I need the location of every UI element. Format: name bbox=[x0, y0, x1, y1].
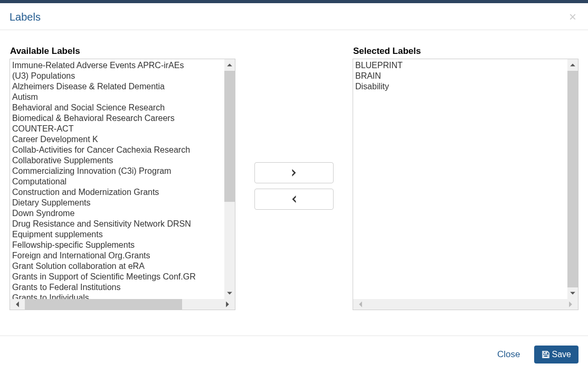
list-item[interactable]: Drug Resistance and Sensitivity Network … bbox=[12, 219, 222, 229]
horizontal-scrollbar[interactable] bbox=[353, 299, 578, 310]
scroll-left-icon[interactable] bbox=[353, 299, 368, 310]
scroll-down-icon[interactable] bbox=[567, 287, 578, 299]
vertical-scrollbar[interactable] bbox=[567, 59, 578, 299]
save-icon bbox=[542, 350, 550, 359]
list-item[interactable]: Collaborative Supplements bbox=[12, 155, 222, 166]
list-item[interactable]: Down Syndrome bbox=[12, 208, 222, 219]
svg-rect-0 bbox=[545, 352, 546, 353]
modal-title: Labels bbox=[10, 11, 41, 23]
scroll-up-icon[interactable] bbox=[224, 59, 235, 71]
close-button[interactable]: Close bbox=[493, 346, 524, 363]
list-item[interactable]: Foreign and International Org.Grants bbox=[12, 250, 222, 261]
list-item[interactable]: Computational bbox=[12, 176, 222, 187]
list-item[interactable]: Autism bbox=[12, 92, 222, 102]
list-item[interactable]: Career Development K bbox=[12, 134, 222, 145]
selected-labels-listbox[interactable]: BLUEPRINTBRAINDisability bbox=[353, 59, 578, 310]
list-item[interactable]: Disability bbox=[355, 81, 565, 92]
list-item[interactable]: Grants to Individuals bbox=[12, 293, 222, 299]
available-labels-panel: Available Labels Immune-Related Adverse … bbox=[10, 46, 235, 310]
list-item[interactable]: Grant Solution collaboration at eRA bbox=[12, 261, 222, 272]
move-left-button[interactable] bbox=[254, 189, 334, 210]
scroll-right-icon[interactable] bbox=[563, 299, 578, 310]
available-labels-title: Available Labels bbox=[10, 46, 235, 57]
close-icon[interactable]: × bbox=[567, 11, 578, 23]
list-item[interactable]: Commercializing Innovation (C3i) Program bbox=[12, 166, 222, 176]
modal-header: Labels × bbox=[0, 3, 588, 30]
list-item[interactable]: Alzheimers Disease & Related Dementia bbox=[12, 81, 222, 92]
list-item[interactable]: Behavioral and Social Science Research bbox=[12, 102, 222, 113]
horizontal-scrollbar[interactable] bbox=[10, 299, 235, 310]
modal-body: Available Labels Immune-Related Adverse … bbox=[0, 30, 588, 321]
available-labels-listbox[interactable]: Immune-Related Adverse Events APRC-irAEs… bbox=[10, 59, 235, 310]
scroll-right-icon[interactable] bbox=[220, 299, 235, 310]
selected-labels-title: Selected Labels bbox=[353, 46, 578, 57]
list-item[interactable]: Construction and Modernization Grants bbox=[12, 187, 222, 198]
list-item[interactable]: Grants to Federal Institutions bbox=[12, 282, 222, 293]
scroll-track-h[interactable] bbox=[368, 299, 563, 310]
list-item[interactable]: Grants in Support of Scientific Meetings… bbox=[12, 272, 222, 282]
list-item[interactable]: Immune-Related Adverse Events APRC-irAEs bbox=[12, 60, 222, 71]
scroll-left-icon[interactable] bbox=[10, 299, 25, 310]
scroll-thumb[interactable] bbox=[567, 71, 578, 287]
scroll-track-h[interactable] bbox=[25, 299, 220, 310]
scroll-thumb-h[interactable] bbox=[25, 299, 182, 310]
transfer-controls bbox=[235, 46, 353, 310]
list-item[interactable]: Biomedical & Behavioral Research Careers bbox=[12, 113, 222, 124]
save-button-label: Save bbox=[552, 350, 571, 359]
list-item[interactable]: Fellowship-specific Supplements bbox=[12, 240, 222, 250]
list-item[interactable]: BRAIN bbox=[355, 71, 565, 81]
scroll-track[interactable] bbox=[567, 71, 578, 287]
scroll-up-icon[interactable] bbox=[567, 59, 578, 71]
scroll-down-icon[interactable] bbox=[224, 287, 235, 299]
list-item[interactable]: Dietary Supplements bbox=[12, 198, 222, 208]
modal-footer: Close Save bbox=[0, 335, 588, 373]
save-button[interactable]: Save bbox=[534, 346, 578, 363]
scroll-thumb[interactable] bbox=[224, 71, 235, 202]
scroll-track[interactable] bbox=[224, 71, 235, 287]
selected-labels-panel: Selected Labels BLUEPRINTBRAINDisability bbox=[353, 46, 578, 310]
list-item[interactable]: COUNTER-ACT bbox=[12, 124, 222, 134]
vertical-scrollbar[interactable] bbox=[224, 59, 235, 299]
list-item[interactable]: (U3) Populations bbox=[12, 71, 222, 81]
list-item[interactable]: BLUEPRINT bbox=[355, 60, 565, 71]
move-right-button[interactable] bbox=[254, 162, 334, 183]
list-item[interactable]: Equipment supplements bbox=[12, 229, 222, 240]
list-item[interactable]: Collab-Activities for Cancer Cachexia Re… bbox=[12, 145, 222, 155]
